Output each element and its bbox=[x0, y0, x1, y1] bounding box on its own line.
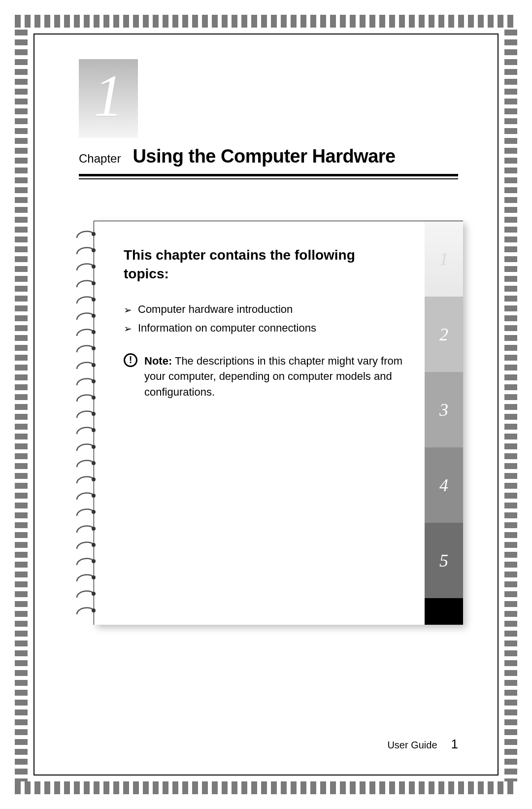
svg-point-2 bbox=[92, 265, 96, 269]
topics-list: ➢ Computer hardware introduction ➢ Infor… bbox=[124, 303, 404, 336]
svg-point-12 bbox=[92, 428, 96, 432]
section-tab-4: 4 bbox=[425, 447, 463, 523]
footer-doc-name: User Guide bbox=[387, 740, 437, 751]
svg-point-1 bbox=[92, 248, 96, 252]
spiral-ring-icon bbox=[74, 424, 97, 437]
page-content: 1 Chapter Using the Computer Hardware 1 … bbox=[34, 34, 498, 775]
spiral-ring-icon bbox=[74, 261, 97, 273]
svg-point-11 bbox=[92, 412, 96, 416]
svg-point-23 bbox=[92, 608, 96, 612]
bullet-arrow-icon: ➢ bbox=[124, 303, 132, 317]
svg-point-14 bbox=[92, 461, 96, 465]
topic-text: Information on computer connections bbox=[138, 322, 316, 335]
notebook-content: This chapter contains the following topi… bbox=[124, 246, 404, 610]
topic-text: Computer hardware introduction bbox=[138, 303, 293, 316]
svg-point-6 bbox=[92, 330, 96, 334]
svg-point-10 bbox=[92, 396, 96, 400]
exclamation-icon: ! bbox=[124, 353, 137, 367]
spiral-binding bbox=[74, 228, 102, 617]
svg-point-18 bbox=[92, 527, 96, 531]
spiral-ring-icon bbox=[74, 588, 97, 601]
note-body: The descriptions in this chapter might v… bbox=[144, 355, 402, 399]
spiral-ring-icon bbox=[74, 375, 97, 388]
svg-point-22 bbox=[92, 592, 96, 596]
chapter-title-row: Chapter Using the Computer Hardware bbox=[79, 146, 458, 176]
spiral-ring-icon bbox=[74, 359, 97, 372]
spiral-ring-icon bbox=[74, 244, 97, 257]
svg-point-3 bbox=[92, 281, 96, 285]
svg-point-16 bbox=[92, 494, 96, 498]
svg-point-15 bbox=[92, 477, 96, 481]
svg-point-9 bbox=[92, 379, 96, 383]
chapter-number-badge: 1 bbox=[79, 59, 138, 138]
footer-page-number: 1 bbox=[451, 737, 458, 752]
spiral-ring-icon bbox=[74, 294, 97, 306]
page-inner-border: 1 Chapter Using the Computer Hardware 1 … bbox=[33, 34, 499, 775]
list-item: ➢ Information on computer connections bbox=[124, 322, 404, 336]
svg-point-20 bbox=[92, 559, 96, 563]
chapter-number: 1 bbox=[79, 59, 138, 133]
spiral-ring-icon bbox=[74, 539, 97, 552]
svg-point-0 bbox=[92, 232, 96, 236]
section-tab-spacer bbox=[425, 598, 463, 625]
svg-point-21 bbox=[92, 575, 96, 579]
bullet-arrow-icon: ➢ bbox=[124, 322, 132, 336]
note-label: Note: bbox=[144, 355, 172, 367]
svg-point-4 bbox=[92, 298, 96, 302]
section-tab-3: 3 bbox=[425, 372, 463, 447]
spiral-ring-icon bbox=[74, 326, 97, 339]
svg-point-5 bbox=[92, 314, 96, 318]
spiral-ring-icon bbox=[74, 342, 97, 355]
spiral-ring-icon bbox=[74, 506, 97, 519]
spiral-ring-icon bbox=[74, 228, 97, 241]
chapter-label: Chapter bbox=[79, 152, 121, 166]
spiral-ring-icon bbox=[74, 605, 97, 617]
svg-point-7 bbox=[92, 346, 96, 350]
page-footer: User Guide 1 bbox=[387, 737, 458, 752]
svg-point-13 bbox=[92, 445, 96, 449]
svg-point-8 bbox=[92, 363, 96, 367]
spiral-ring-icon bbox=[74, 473, 97, 486]
spiral-ring-icon bbox=[74, 408, 97, 421]
list-item: ➢ Computer hardware introduction bbox=[124, 303, 404, 317]
spiral-ring-icon bbox=[74, 523, 97, 536]
spiral-ring-icon bbox=[74, 310, 97, 323]
note-block: ! Note: The descriptions in this chapter… bbox=[124, 353, 404, 401]
svg-point-19 bbox=[92, 543, 96, 547]
notebook-page: 1 2 3 4 5 This chapter contains the foll… bbox=[94, 221, 463, 625]
section-tab-1: 1 bbox=[425, 221, 463, 297]
spiral-ring-icon bbox=[74, 457, 97, 470]
section-tab-5: 5 bbox=[425, 523, 463, 598]
svg-point-17 bbox=[92, 510, 96, 514]
notebook: 1 2 3 4 5 This chapter contains the foll… bbox=[74, 221, 463, 625]
section-tab-2: 2 bbox=[425, 297, 463, 372]
section-tabs: 1 2 3 4 5 bbox=[425, 221, 463, 625]
spiral-ring-icon bbox=[74, 392, 97, 404]
topics-heading: This chapter contains the following topi… bbox=[124, 246, 404, 283]
spiral-ring-icon bbox=[74, 555, 97, 568]
spiral-ring-icon bbox=[74, 490, 97, 503]
spiral-ring-icon bbox=[74, 572, 97, 584]
note-text: Note: The descriptions in this chapter m… bbox=[144, 353, 404, 401]
spiral-ring-icon bbox=[74, 277, 97, 290]
chapter-title: Using the Computer Hardware bbox=[133, 146, 395, 167]
spiral-ring-icon bbox=[74, 441, 97, 454]
